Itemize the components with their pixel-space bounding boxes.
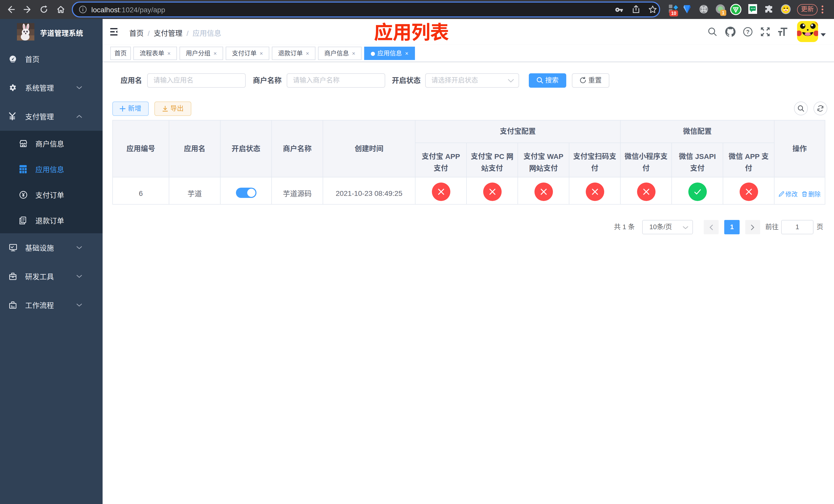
- svg-text:?: ?: [746, 29, 749, 35]
